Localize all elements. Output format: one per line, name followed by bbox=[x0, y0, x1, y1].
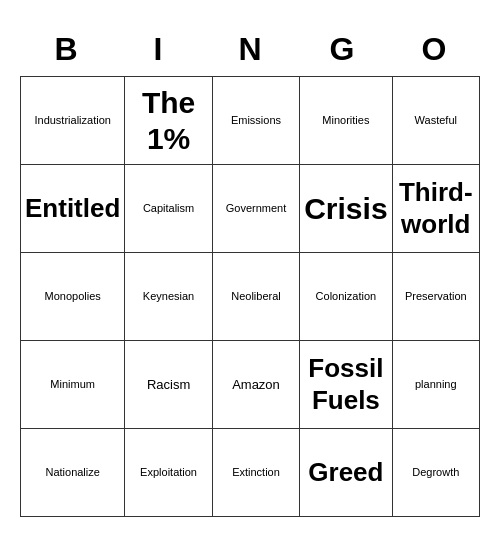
cell-text: Capitalism bbox=[143, 202, 194, 215]
bingo-cell: Minorities bbox=[300, 77, 392, 165]
cell-text: Greed bbox=[308, 457, 383, 488]
bingo-card: BINGO IndustrializationThe 1%EmissionsMi… bbox=[10, 17, 490, 527]
bingo-header: BINGO bbox=[20, 27, 480, 72]
cell-text: Amazon bbox=[232, 377, 280, 393]
cell-text: Monopolies bbox=[45, 290, 101, 303]
cell-text: Entitled bbox=[25, 193, 120, 224]
cell-text: Keynesian bbox=[143, 290, 194, 303]
bingo-cell: Racism bbox=[125, 341, 212, 429]
cell-text: Preservation bbox=[405, 290, 467, 303]
cell-text: Nationalize bbox=[45, 466, 99, 479]
bingo-cell: Greed bbox=[300, 429, 392, 517]
cell-text: planning bbox=[415, 378, 457, 391]
cell-text: Minimum bbox=[50, 378, 95, 391]
bingo-cell: Neoliberal bbox=[213, 253, 300, 341]
bingo-cell: Keynesian bbox=[125, 253, 212, 341]
cell-text: Extinction bbox=[232, 466, 280, 479]
cell-text: Neoliberal bbox=[231, 290, 281, 303]
cell-text: The 1% bbox=[129, 85, 207, 157]
bingo-cell: Fossil Fuels bbox=[300, 341, 392, 429]
header-letter: O bbox=[388, 27, 480, 72]
bingo-cell: Emissions bbox=[213, 77, 300, 165]
header-letter: B bbox=[20, 27, 112, 72]
bingo-cell: Third-world bbox=[393, 165, 480, 253]
bingo-cell: Government bbox=[213, 165, 300, 253]
cell-text: Colonization bbox=[316, 290, 377, 303]
cell-text: Government bbox=[226, 202, 287, 215]
bingo-cell: Capitalism bbox=[125, 165, 212, 253]
bingo-cell: Entitled bbox=[21, 165, 125, 253]
cell-text: Racism bbox=[147, 377, 190, 393]
cell-text: Crisis bbox=[304, 191, 387, 227]
cell-text: Fossil Fuels bbox=[304, 353, 387, 415]
cell-text: Degrowth bbox=[412, 466, 459, 479]
cell-text: Exploitation bbox=[140, 466, 197, 479]
bingo-cell: Industrialization bbox=[21, 77, 125, 165]
bingo-cell: Minimum bbox=[21, 341, 125, 429]
cell-text: Minorities bbox=[322, 114, 369, 127]
bingo-cell: The 1% bbox=[125, 77, 212, 165]
bingo-cell: planning bbox=[393, 341, 480, 429]
bingo-cell: Exploitation bbox=[125, 429, 212, 517]
bingo-cell: Amazon bbox=[213, 341, 300, 429]
bingo-cell: Degrowth bbox=[393, 429, 480, 517]
cell-text: Industrialization bbox=[34, 114, 110, 127]
cell-text: Wasteful bbox=[415, 114, 457, 127]
header-letter: N bbox=[204, 27, 296, 72]
bingo-cell: Colonization bbox=[300, 253, 392, 341]
bingo-cell: Crisis bbox=[300, 165, 392, 253]
bingo-cell: Nationalize bbox=[21, 429, 125, 517]
bingo-cell: Wasteful bbox=[393, 77, 480, 165]
bingo-cell: Preservation bbox=[393, 253, 480, 341]
header-letter: G bbox=[296, 27, 388, 72]
bingo-grid: IndustrializationThe 1%EmissionsMinoriti… bbox=[20, 76, 480, 517]
bingo-cell: Extinction bbox=[213, 429, 300, 517]
bingo-cell: Monopolies bbox=[21, 253, 125, 341]
cell-text: Emissions bbox=[231, 114, 281, 127]
cell-text: Third-world bbox=[397, 177, 475, 239]
header-letter: I bbox=[112, 27, 204, 72]
